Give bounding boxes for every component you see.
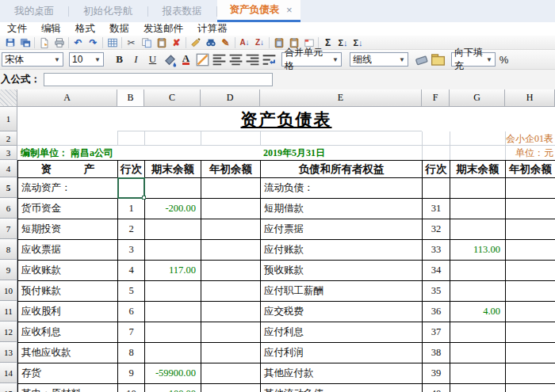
cell-E15[interactable]: 其他流动负债 — [261, 384, 423, 392]
eraser-icon[interactable] — [413, 52, 430, 67]
cell-B9[interactable]: 4 — [118, 261, 145, 281]
selected-cell-B5[interactable] — [117, 177, 145, 199]
cell-H10[interactable] — [506, 281, 555, 302]
cell-C7[interactable] — [145, 219, 201, 240]
row-header-8[interactable]: 8 — [0, 239, 17, 260]
column-header-D[interactable]: D — [201, 89, 260, 107]
column-header-B[interactable]: B — [117, 89, 144, 107]
tab-我的桌面[interactable]: 我的桌面 — [0, 0, 68, 22]
borders-icon[interactable] — [194, 52, 211, 67]
cell-G8[interactable]: 113.00 — [450, 240, 506, 261]
wrap-text-icon[interactable] — [261, 52, 278, 67]
column-header-H[interactable]: H — [505, 89, 555, 107]
cell-B7[interactable]: 2 — [118, 219, 145, 240]
sum-column-icon[interactable]: Σ↓ — [335, 36, 350, 49]
report-title[interactable]: 资产负债表 — [17, 107, 555, 131]
cell-G10[interactable] — [450, 281, 506, 302]
cell-H7[interactable] — [506, 219, 555, 240]
format-dialog-icon[interactable] — [430, 52, 446, 67]
cell-B10[interactable]: 5 — [118, 281, 145, 302]
align-center-icon[interactable] — [228, 52, 244, 67]
cell-unit-label[interactable]: 单位：元 — [476, 146, 553, 160]
copy-icon[interactable] — [139, 36, 154, 49]
cell-H12[interactable] — [506, 322, 555, 343]
sort-desc-icon[interactable]: Z↓ — [252, 36, 267, 49]
cell-D14[interactable] — [201, 363, 261, 384]
sum-row-icon[interactable]: Σ↓ — [350, 36, 366, 49]
tab-资产负债表[interactable]: 资产负债表× — [217, 0, 300, 22]
cut-icon[interactable]: ✂ — [124, 36, 139, 49]
cell-F12[interactable]: 37 — [423, 322, 450, 343]
cell-C9[interactable]: 117.00 — [145, 261, 201, 281]
row-header-7[interactable]: 7 — [0, 219, 17, 239]
align-right-icon[interactable] — [244, 52, 261, 67]
row-header-2[interactable]: 2 — [0, 131, 17, 146]
cell-F8[interactable]: 33 — [423, 240, 450, 261]
header-cell-B4[interactable]: 行次 — [118, 161, 145, 178]
cell-D15[interactable] — [201, 384, 261, 392]
column-header-A[interactable]: A — [17, 89, 117, 107]
cell-G6[interactable] — [450, 199, 506, 219]
cell-F10[interactable]: 35 — [423, 281, 450, 302]
cell-F14[interactable]: 39 — [423, 363, 450, 384]
edit-icon[interactable]: ✎ — [218, 36, 233, 49]
cell-E7[interactable]: 应付票据 — [261, 219, 423, 240]
cell-E14[interactable]: 其他应付款 — [261, 363, 423, 384]
cell-E11[interactable]: 应交税费 — [261, 302, 423, 322]
find-icon[interactable] — [203, 36, 218, 49]
cell-D6[interactable] — [201, 199, 261, 219]
save-all-icon[interactable] — [17, 36, 33, 49]
cell-F5[interactable] — [423, 178, 450, 199]
cell-D7[interactable] — [201, 219, 261, 240]
cell-H15[interactable] — [506, 384, 555, 392]
cell-G15[interactable] — [450, 384, 506, 392]
import-table-icon[interactable] — [105, 36, 120, 49]
format-painter-icon[interactable] — [188, 36, 203, 49]
row-header-14[interactable]: 14 — [0, 363, 17, 383]
bold-button[interactable]: B — [111, 52, 128, 67]
cell-C6[interactable]: -200.00 — [145, 199, 201, 219]
cell-A6[interactable]: 货币资金 — [18, 199, 118, 219]
column-header-E[interactable]: E — [260, 89, 422, 107]
tab-初始化导航[interactable]: 初始化导航 — [69, 0, 147, 22]
fill-direction-select[interactable]: 向下填充 ▼ — [451, 52, 496, 67]
cell-B11[interactable]: 6 — [118, 302, 145, 322]
header-cell-A4[interactable]: 资 产 — [18, 161, 118, 178]
menu-item-发送邮件[interactable]: 发送邮件 — [136, 22, 190, 36]
cell-F9[interactable]: 34 — [423, 261, 450, 281]
font-size-select[interactable]: 10 ▼ — [69, 52, 104, 67]
cell-E10[interactable]: 应付职工薪酬 — [261, 281, 423, 302]
cell-E5[interactable]: 流动负债： — [261, 178, 423, 199]
cell-H13[interactable] — [506, 343, 555, 363]
column-header-F[interactable]: F — [422, 89, 450, 107]
cell-C10[interactable] — [145, 281, 201, 302]
cell-C8[interactable] — [145, 240, 201, 261]
row-header-15[interactable]: 15 — [0, 383, 17, 392]
cell-D11[interactable] — [201, 302, 261, 322]
menu-item-编辑[interactable]: 编辑 — [34, 22, 68, 36]
cell-B8[interactable]: 3 — [118, 240, 145, 261]
cell-C11[interactable] — [145, 302, 201, 322]
cell-H5[interactable] — [506, 178, 555, 199]
header-cell-D4[interactable]: 年初余额 — [201, 161, 261, 178]
cell-F13[interactable]: 38 — [423, 343, 450, 363]
cell-H14[interactable] — [506, 363, 555, 384]
formula-input[interactable] — [44, 73, 273, 86]
cell-C13[interactable] — [145, 343, 201, 363]
cell-prepared-by[interactable]: 编制单位： 南昌a公司 — [21, 146, 243, 160]
cell-B6[interactable]: 1 — [118, 199, 145, 219]
cell-H6[interactable] — [506, 199, 555, 219]
menu-item-数据[interactable]: 数据 — [102, 22, 136, 36]
cell-A12[interactable]: 应收利息 — [18, 322, 118, 343]
cell-G11[interactable]: 4.00 — [450, 302, 506, 322]
tab-报表数据[interactable]: 报表数据 — [148, 0, 216, 22]
cell-C14[interactable]: -59900.00 — [145, 363, 201, 384]
row-header-11[interactable]: 11 — [0, 301, 17, 322]
cell-D12[interactable] — [201, 322, 261, 343]
row-header-5[interactable]: 5 — [0, 177, 17, 198]
header-cell-G4[interactable]: 期末余额 — [450, 161, 506, 178]
cell-D8[interactable] — [201, 240, 261, 261]
cell-D5[interactable] — [201, 178, 261, 199]
menu-item-计算器[interactable]: 计算器 — [190, 22, 235, 36]
cell-H11[interactable] — [506, 302, 555, 322]
